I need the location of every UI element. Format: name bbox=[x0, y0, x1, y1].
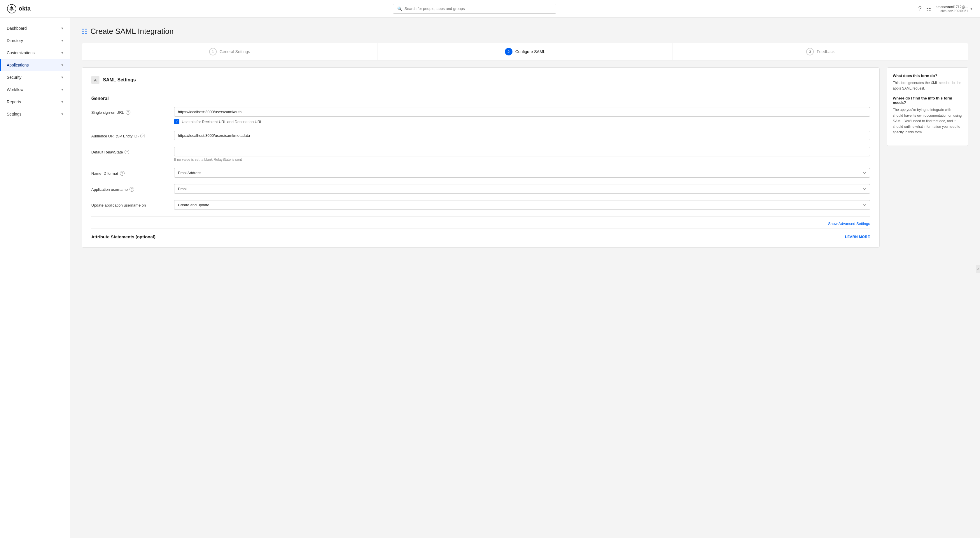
relay-input[interactable] bbox=[174, 147, 870, 156]
help-answer-1: This form generates the XML needed for t… bbox=[893, 80, 962, 91]
step-general-settings[interactable]: 1 General Settings bbox=[82, 43, 377, 60]
step-feedback[interactable]: 3 Feedback bbox=[673, 43, 968, 60]
app-username-help-icon[interactable]: ? bbox=[129, 187, 134, 192]
app-username-label-col: Application username ? bbox=[91, 184, 167, 192]
attr-header: Attribute Statements (optional) LEARN MO… bbox=[91, 234, 870, 239]
form-row-sso-url: Single sign-on URL ? Use this for Recipi… bbox=[91, 107, 870, 124]
step-2-number: 2 bbox=[505, 48, 512, 56]
top-nav: okta 🔍 ? ☷ amanasrani1712@... okta-dev-1… bbox=[0, 0, 980, 18]
audience-help-icon[interactable]: ? bbox=[140, 134, 145, 138]
card-wrapper: A SAML Settings General Single sign-on U… bbox=[82, 67, 880, 248]
app-username-control-col: Email Okta username Okta username prefix… bbox=[174, 184, 870, 194]
relay-help-icon[interactable]: ? bbox=[124, 150, 129, 154]
form-row-name-id: Name ID format ? EmailAddress Unspecifie… bbox=[91, 168, 870, 178]
attr-title: Attribute Statements (optional) bbox=[91, 234, 156, 239]
sidebar-item-settings[interactable]: Settings ▼ bbox=[0, 108, 70, 120]
sidebar-item-reports[interactable]: Reports ▼ bbox=[0, 96, 70, 108]
form-row-update-username: Update application username on Create an… bbox=[91, 200, 870, 210]
help-answer-2: The app you're trying to integrate with … bbox=[893, 107, 962, 135]
audience-control-col bbox=[174, 131, 870, 140]
update-username-label-col: Update application username on bbox=[91, 200, 167, 207]
step-configure-saml[interactable]: 2 Configure SAML bbox=[377, 43, 673, 60]
step-1-number: 1 bbox=[209, 48, 217, 56]
collapse-handle[interactable]: < bbox=[976, 265, 980, 273]
sso-url-label: Single sign-on URL bbox=[91, 110, 124, 115]
sidebar-label-reports: Reports bbox=[7, 99, 21, 104]
chevron-down-icon: ▼ bbox=[60, 27, 64, 30]
help-box: What does this form do? This form genera… bbox=[887, 67, 968, 146]
sidebar-label-dashboard: Dashboard bbox=[7, 26, 27, 31]
chevron-down-icon: ▼ bbox=[60, 88, 64, 91]
name-id-control-col: EmailAddress Unspecified Persistent Tran… bbox=[174, 168, 870, 178]
relay-label-col: Default RelayState ? bbox=[91, 147, 167, 154]
sub-section-title: General bbox=[91, 96, 870, 101]
section-badge: A bbox=[91, 76, 99, 84]
saml-settings-card: A SAML Settings General Single sign-on U… bbox=[82, 67, 880, 248]
apps-grid-icon[interactable]: ☷ bbox=[926, 6, 931, 12]
sso-url-control-col: Use this for Recipient URL and Destinati… bbox=[174, 107, 870, 124]
step-2-label: Configure SAML bbox=[515, 49, 546, 54]
sidebar-label-security: Security bbox=[7, 75, 22, 80]
search-input[interactable] bbox=[404, 6, 552, 11]
update-username-control-col: Create and update Create only bbox=[174, 200, 870, 210]
form-row-relay: Default RelayState ? If no value is set,… bbox=[91, 147, 870, 162]
sidebar-label-settings: Settings bbox=[7, 112, 22, 116]
form-row-app-username: Application username ? Email Okta userna… bbox=[91, 184, 870, 194]
sidebar-item-workflow[interactable]: Workflow ▼ bbox=[0, 83, 70, 96]
sidebar-item-security[interactable]: Security ▼ bbox=[0, 71, 70, 83]
sso-url-label-col: Single sign-on URL ? bbox=[91, 107, 167, 115]
help-question-1: What does this form do? bbox=[893, 73, 962, 78]
chevron-down-icon: ▼ bbox=[60, 112, 64, 116]
sso-checkbox[interactable] bbox=[174, 119, 180, 124]
search-bar[interactable]: 🔍 bbox=[393, 4, 556, 14]
user-name: amanasrani1712@... bbox=[935, 5, 968, 9]
relay-control-col: If no value is set, a blank RelayState i… bbox=[174, 147, 870, 162]
update-username-label: Update application username on bbox=[91, 203, 146, 207]
form-row-audience: Audience URI (SP Entity ID) ? bbox=[91, 131, 870, 140]
attribute-statements-section: Attribute Statements (optional) LEARN MO… bbox=[91, 228, 870, 239]
update-username-select[interactable]: Create and update Create only bbox=[174, 200, 870, 210]
chevron-down-icon: ▼ bbox=[60, 100, 64, 103]
sidebar-item-dashboard[interactable]: Dashboard ▼ bbox=[0, 22, 70, 34]
user-chevron-icon: ▼ bbox=[970, 7, 973, 11]
sidebar: Dashboard ▼ Directory ▼ Customizations ▼… bbox=[0, 18, 70, 538]
name-id-help-icon[interactable]: ? bbox=[120, 171, 124, 176]
sso-url-input[interactable] bbox=[174, 107, 870, 117]
sso-checkbox-row: Use this for Recipient URL and Destinati… bbox=[174, 119, 870, 124]
okta-logo: okta bbox=[7, 4, 30, 13]
logo-area: okta bbox=[7, 4, 30, 13]
right-panel: What does this form do? This form genera… bbox=[887, 67, 968, 146]
sidebar-label-workflow: Workflow bbox=[7, 87, 23, 92]
section-title: SAML Settings bbox=[103, 77, 136, 83]
app-username-label: Application username bbox=[91, 187, 128, 192]
name-id-select[interactable]: EmailAddress Unspecified Persistent Tran… bbox=[174, 168, 870, 178]
search-area[interactable]: 🔍 bbox=[393, 4, 556, 14]
audience-input[interactable] bbox=[174, 131, 870, 140]
user-info-text: amanasrani1712@... okta-dev-10049931 bbox=[935, 5, 968, 13]
chevron-down-icon: ▼ bbox=[60, 63, 64, 67]
sso-checkbox-label: Use this for Recipient URL and Destinati… bbox=[182, 119, 262, 124]
page-title-row: ☷ Create SAML Integration bbox=[82, 27, 968, 36]
help-icon[interactable]: ? bbox=[918, 5, 921, 12]
logo-text: okta bbox=[19, 5, 30, 12]
show-advanced-link[interactable]: Show Advanced Settings bbox=[828, 221, 870, 226]
stepper: 1 General Settings 2 Configure SAML 3 Fe… bbox=[82, 43, 968, 60]
user-menu[interactable]: amanasrani1712@... okta-dev-10049931 ▼ bbox=[935, 5, 973, 13]
sidebar-item-directory[interactable]: Directory ▼ bbox=[0, 34, 70, 47]
sidebar-item-customizations[interactable]: Customizations ▼ bbox=[0, 47, 70, 59]
sso-url-help-icon[interactable]: ? bbox=[126, 110, 130, 115]
chevron-down-icon: ▼ bbox=[60, 39, 64, 42]
chevron-down-icon: ▼ bbox=[60, 51, 64, 54]
name-id-label-col: Name ID format ? bbox=[91, 168, 167, 176]
step-1-label: General Settings bbox=[220, 49, 250, 54]
sidebar-item-applications[interactable]: Applications ▼ bbox=[0, 59, 70, 71]
user-org: okta-dev-10049931 bbox=[940, 9, 968, 13]
layout: Dashboard ▼ Directory ▼ Customizations ▼… bbox=[0, 18, 980, 538]
learn-more-link[interactable]: LEARN MORE bbox=[845, 235, 870, 239]
top-nav-right: ? ☷ amanasrani1712@... okta-dev-10049931… bbox=[918, 5, 973, 13]
main-content: ☷ Create SAML Integration 1 General Sett… bbox=[70, 18, 980, 538]
step-3-number: 3 bbox=[806, 48, 814, 56]
app-username-select[interactable]: Email Okta username Okta username prefix… bbox=[174, 184, 870, 194]
okta-logo-icon bbox=[7, 4, 16, 13]
audience-label: Audience URI (SP Entity ID) bbox=[91, 134, 138, 138]
